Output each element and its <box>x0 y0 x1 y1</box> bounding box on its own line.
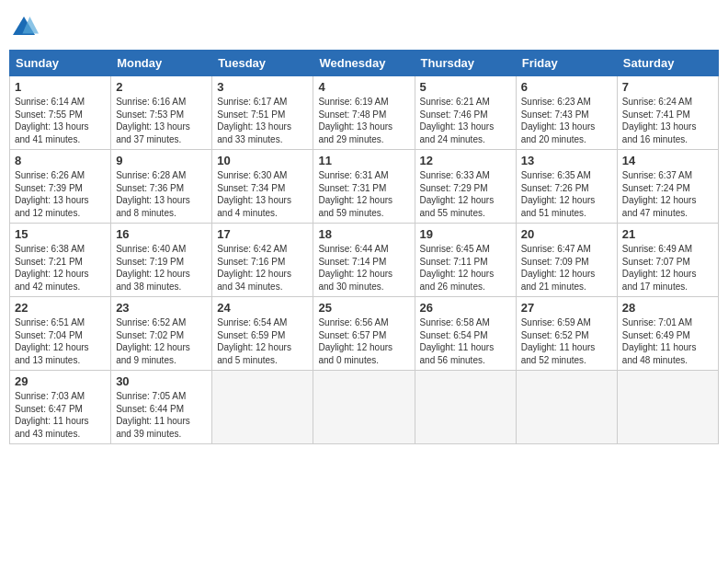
calendar-cell <box>212 371 313 444</box>
day-number: 27 <box>521 301 612 315</box>
day-number: 29 <box>15 374 106 388</box>
calendar-cell: 3Sunrise: 6:17 AMSunset: 7:51 PMDaylight… <box>212 76 313 150</box>
calendar-cell: 8Sunrise: 6:26 AMSunset: 7:39 PMDaylight… <box>10 150 111 224</box>
calendar-cell: 6Sunrise: 6:23 AMSunset: 7:43 PMDaylight… <box>516 76 617 150</box>
day-number: 1 <box>15 80 106 94</box>
day-info: Sunrise: 6:52 AMSunset: 7:02 PMDaylight:… <box>116 316 207 366</box>
calendar-header-wednesday: Wednesday <box>313 51 415 76</box>
calendar-week-2: 8Sunrise: 6:26 AMSunset: 7:39 PMDaylight… <box>10 150 719 224</box>
day-info: Sunrise: 6:30 AMSunset: 7:34 PMDaylight:… <box>217 169 308 219</box>
day-info: Sunrise: 6:17 AMSunset: 7:51 PMDaylight:… <box>217 96 308 145</box>
day-info: Sunrise: 6:45 AMSunset: 7:11 PMDaylight:… <box>420 243 511 293</box>
calendar-week-1: 1Sunrise: 6:14 AMSunset: 7:55 PMDaylight… <box>10 76 719 150</box>
calendar-cell: 18Sunrise: 6:44 AMSunset: 7:14 PMDayligh… <box>313 224 415 297</box>
calendar-cell <box>313 371 415 444</box>
calendar-week-5: 29Sunrise: 7:03 AMSunset: 6:47 PMDayligh… <box>10 371 719 444</box>
day-number: 5 <box>420 80 511 94</box>
calendar-cell <box>415 371 516 444</box>
day-number: 22 <box>15 301 106 315</box>
calendar-cell: 14Sunrise: 6:37 AMSunset: 7:24 PMDayligh… <box>617 150 718 224</box>
calendar-cell: 27Sunrise: 6:59 AMSunset: 6:52 PMDayligh… <box>516 297 617 371</box>
day-info: Sunrise: 6:14 AMSunset: 7:55 PMDaylight:… <box>15 96 106 145</box>
day-info: Sunrise: 6:35 AMSunset: 7:26 PMDaylight:… <box>521 169 612 219</box>
day-number: 24 <box>217 301 308 315</box>
day-info: Sunrise: 6:58 AMSunset: 6:54 PMDaylight:… <box>420 316 511 366</box>
calendar-cell: 17Sunrise: 6:42 AMSunset: 7:16 PMDayligh… <box>212 224 313 297</box>
day-number: 7 <box>622 80 713 94</box>
day-info: Sunrise: 6:21 AMSunset: 7:46 PMDaylight:… <box>420 96 511 145</box>
day-info: Sunrise: 7:03 AMSunset: 6:47 PMDaylight:… <box>15 390 106 440</box>
calendar-cell: 15Sunrise: 6:38 AMSunset: 7:21 PMDayligh… <box>10 224 111 297</box>
calendar-cell: 23Sunrise: 6:52 AMSunset: 7:02 PMDayligh… <box>111 297 212 371</box>
calendar-cell: 20Sunrise: 6:47 AMSunset: 7:09 PMDayligh… <box>516 224 617 297</box>
day-info: Sunrise: 6:49 AMSunset: 7:07 PMDaylight:… <box>622 243 713 293</box>
page-header <box>9 9 719 42</box>
day-number: 15 <box>15 227 106 241</box>
calendar-cell: 22Sunrise: 6:51 AMSunset: 7:04 PMDayligh… <box>10 297 111 371</box>
day-info: Sunrise: 6:28 AMSunset: 7:36 PMDaylight:… <box>116 169 207 219</box>
day-number: 19 <box>420 227 511 241</box>
calendar-header-sunday: Sunday <box>10 51 111 76</box>
day-info: Sunrise: 6:42 AMSunset: 7:16 PMDaylight:… <box>217 243 308 293</box>
day-info: Sunrise: 6:56 AMSunset: 6:57 PMDaylight:… <box>318 316 409 366</box>
day-number: 14 <box>622 154 713 167</box>
calendar-cell: 9Sunrise: 6:28 AMSunset: 7:36 PMDaylight… <box>111 150 212 224</box>
day-number: 18 <box>318 227 409 241</box>
logo-icon <box>9 13 39 42</box>
day-number: 8 <box>15 154 106 167</box>
day-number: 9 <box>116 154 207 167</box>
calendar-header-friday: Friday <box>516 51 617 76</box>
day-number: 21 <box>622 227 713 241</box>
day-number: 6 <box>521 80 612 94</box>
day-info: Sunrise: 6:47 AMSunset: 7:09 PMDaylight:… <box>521 243 612 293</box>
day-number: 23 <box>116 301 207 315</box>
calendar-header-saturday: Saturday <box>617 51 718 76</box>
day-info: Sunrise: 6:44 AMSunset: 7:14 PMDaylight:… <box>318 243 409 293</box>
day-number: 17 <box>217 227 308 241</box>
day-number: 30 <box>116 374 207 388</box>
day-number: 16 <box>116 227 207 241</box>
day-number: 12 <box>420 154 511 167</box>
logo <box>9 13 42 42</box>
day-number: 2 <box>116 80 207 94</box>
calendar-cell: 25Sunrise: 6:56 AMSunset: 6:57 PMDayligh… <box>313 297 415 371</box>
calendar-cell: 12Sunrise: 6:33 AMSunset: 7:29 PMDayligh… <box>415 150 516 224</box>
day-info: Sunrise: 6:38 AMSunset: 7:21 PMDaylight:… <box>15 243 106 293</box>
day-info: Sunrise: 6:23 AMSunset: 7:43 PMDaylight:… <box>521 96 612 145</box>
calendar-cell: 19Sunrise: 6:45 AMSunset: 7:11 PMDayligh… <box>415 224 516 297</box>
day-info: Sunrise: 6:31 AMSunset: 7:31 PMDaylight:… <box>318 169 409 219</box>
calendar-cell: 16Sunrise: 6:40 AMSunset: 7:19 PMDayligh… <box>111 224 212 297</box>
day-number: 28 <box>622 301 713 315</box>
calendar-cell: 24Sunrise: 6:54 AMSunset: 6:59 PMDayligh… <box>212 297 313 371</box>
calendar-cell: 13Sunrise: 6:35 AMSunset: 7:26 PMDayligh… <box>516 150 617 224</box>
calendar-header-monday: Monday <box>111 51 212 76</box>
day-number: 4 <box>318 80 409 94</box>
calendar-header-row: SundayMondayTuesdayWednesdayThursdayFrid… <box>10 51 719 76</box>
calendar-header-tuesday: Tuesday <box>212 51 313 76</box>
day-info: Sunrise: 6:59 AMSunset: 6:52 PMDaylight:… <box>521 316 612 366</box>
day-number: 11 <box>318 154 409 167</box>
calendar-table: SundayMondayTuesdayWednesdayThursdayFrid… <box>9 50 719 444</box>
day-info: Sunrise: 6:40 AMSunset: 7:19 PMDaylight:… <box>116 243 207 293</box>
day-number: 13 <box>521 154 612 167</box>
day-info: Sunrise: 6:33 AMSunset: 7:29 PMDaylight:… <box>420 169 511 219</box>
calendar-cell <box>516 371 617 444</box>
day-number: 26 <box>420 301 511 315</box>
calendar-week-3: 15Sunrise: 6:38 AMSunset: 7:21 PMDayligh… <box>10 224 719 297</box>
calendar-cell: 28Sunrise: 7:01 AMSunset: 6:49 PMDayligh… <box>617 297 718 371</box>
calendar-cell: 2Sunrise: 6:16 AMSunset: 7:53 PMDaylight… <box>111 76 212 150</box>
day-info: Sunrise: 6:51 AMSunset: 7:04 PMDaylight:… <box>15 316 106 366</box>
calendar-week-4: 22Sunrise: 6:51 AMSunset: 7:04 PMDayligh… <box>10 297 719 371</box>
day-info: Sunrise: 6:19 AMSunset: 7:48 PMDaylight:… <box>318 96 409 145</box>
day-info: Sunrise: 6:24 AMSunset: 7:41 PMDaylight:… <box>622 96 713 145</box>
calendar-cell: 5Sunrise: 6:21 AMSunset: 7:46 PMDaylight… <box>415 76 516 150</box>
calendar-cell: 10Sunrise: 6:30 AMSunset: 7:34 PMDayligh… <box>212 150 313 224</box>
day-info: Sunrise: 6:26 AMSunset: 7:39 PMDaylight:… <box>15 169 106 219</box>
day-info: Sunrise: 6:54 AMSunset: 6:59 PMDaylight:… <box>217 316 308 366</box>
calendar-cell: 7Sunrise: 6:24 AMSunset: 7:41 PMDaylight… <box>617 76 718 150</box>
day-number: 25 <box>318 301 409 315</box>
calendar-cell: 26Sunrise: 6:58 AMSunset: 6:54 PMDayligh… <box>415 297 516 371</box>
day-number: 3 <box>217 80 308 94</box>
calendar-cell: 11Sunrise: 6:31 AMSunset: 7:31 PMDayligh… <box>313 150 415 224</box>
calendar-cell <box>617 371 718 444</box>
